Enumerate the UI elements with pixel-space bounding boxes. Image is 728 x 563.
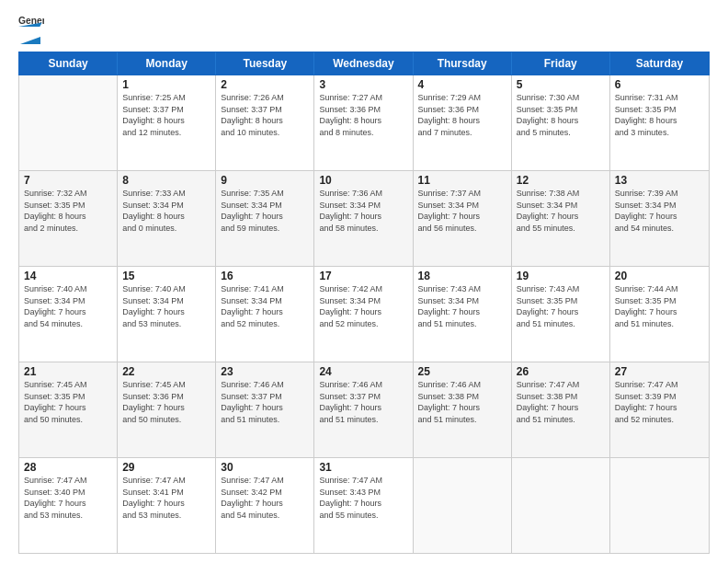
cal-cell-7: 7Sunrise: 7:32 AMSunset: 3:35 PMDaylight… bbox=[19, 171, 118, 266]
cell-sun-info: Sunrise: 7:39 AMSunset: 3:34 PMDaylight:… bbox=[615, 188, 704, 234]
cell-day-number: 29 bbox=[122, 461, 210, 474]
cell-sun-info: Sunrise: 7:47 AMSunset: 3:41 PMDaylight:… bbox=[122, 475, 210, 521]
cell-sun-info: Sunrise: 7:46 AMSunset: 3:37 PMDaylight:… bbox=[319, 379, 407, 425]
cal-cell-6: 6Sunrise: 7:31 AMSunset: 3:35 PMDaylight… bbox=[610, 75, 709, 170]
cal-cell-11: 11Sunrise: 7:37 AMSunset: 3:34 PMDayligh… bbox=[414, 171, 512, 266]
cell-day-number: 22 bbox=[122, 365, 210, 378]
cal-cell-27: 27Sunrise: 7:47 AMSunset: 3:39 PMDayligh… bbox=[610, 362, 709, 457]
calendar-row-5: 28Sunrise: 7:47 AMSunset: 3:40 PMDayligh… bbox=[19, 458, 709, 553]
cell-sun-info: Sunrise: 7:37 AMSunset: 3:34 PMDaylight:… bbox=[418, 188, 506, 234]
cell-day-number: 20 bbox=[615, 270, 704, 282]
cal-cell-13: 13Sunrise: 7:39 AMSunset: 3:34 PMDayligh… bbox=[610, 171, 709, 266]
cal-cell-17: 17Sunrise: 7:42 AMSunset: 3:34 PMDayligh… bbox=[314, 267, 413, 362]
cell-day-number: 1 bbox=[122, 78, 210, 91]
cell-sun-info: Sunrise: 7:47 AMSunset: 3:40 PMDaylight:… bbox=[24, 475, 112, 521]
cell-sun-info: Sunrise: 7:30 AMSunset: 3:35 PMDaylight:… bbox=[517, 92, 605, 138]
empty-cell bbox=[610, 458, 709, 553]
cell-day-number: 16 bbox=[221, 270, 309, 282]
cell-sun-info: Sunrise: 7:36 AMSunset: 3:34 PMDaylight:… bbox=[319, 188, 407, 234]
day-header-thursday: Thursday bbox=[414, 52, 512, 75]
cell-day-number: 11 bbox=[418, 174, 506, 187]
cell-day-number: 8 bbox=[122, 174, 210, 187]
cal-cell-12: 12Sunrise: 7:38 AMSunset: 3:34 PMDayligh… bbox=[512, 171, 610, 266]
cell-day-number: 30 bbox=[221, 461, 309, 474]
cell-sun-info: Sunrise: 7:44 AMSunset: 3:35 PMDaylight:… bbox=[615, 283, 704, 329]
cell-sun-info: Sunrise: 7:45 AMSunset: 3:36 PMDaylight:… bbox=[122, 379, 210, 425]
cal-cell-24: 24Sunrise: 7:46 AMSunset: 3:37 PMDayligh… bbox=[314, 362, 413, 457]
cell-day-number: 9 bbox=[221, 174, 309, 187]
day-header-wednesday: Wednesday bbox=[314, 52, 413, 75]
cell-day-number: 17 bbox=[319, 270, 407, 282]
cal-cell-9: 9Sunrise: 7:35 AMSunset: 3:34 PMDaylight… bbox=[216, 171, 314, 266]
cal-cell-18: 18Sunrise: 7:43 AMSunset: 3:34 PMDayligh… bbox=[414, 267, 512, 362]
cell-sun-info: Sunrise: 7:46 AMSunset: 3:38 PMDaylight:… bbox=[418, 379, 506, 425]
logo: General bbox=[18, 17, 44, 44]
empty-cell bbox=[414, 458, 512, 553]
calendar-row-3: 14Sunrise: 7:40 AMSunset: 3:34 PMDayligh… bbox=[19, 267, 709, 362]
cal-cell-14: 14Sunrise: 7:40 AMSunset: 3:34 PMDayligh… bbox=[19, 267, 118, 362]
empty-cell bbox=[19, 75, 118, 170]
cal-cell-30: 30Sunrise: 7:47 AMSunset: 3:42 PMDayligh… bbox=[216, 458, 314, 553]
cal-cell-10: 10Sunrise: 7:36 AMSunset: 3:34 PMDayligh… bbox=[314, 171, 413, 266]
cell-sun-info: Sunrise: 7:40 AMSunset: 3:34 PMDaylight:… bbox=[24, 283, 112, 329]
cell-day-number: 27 bbox=[615, 365, 704, 378]
cell-day-number: 25 bbox=[418, 365, 506, 378]
logo-arrow-icon bbox=[20, 29, 40, 44]
cell-sun-info: Sunrise: 7:47 AMSunset: 3:39 PMDaylight:… bbox=[615, 379, 704, 425]
day-header-monday: Monday bbox=[118, 52, 216, 75]
cell-sun-info: Sunrise: 7:35 AMSunset: 3:34 PMDaylight:… bbox=[221, 188, 309, 234]
cell-day-number: 14 bbox=[24, 270, 112, 282]
calendar: SundayMondayTuesdayWednesdayThursdayFrid… bbox=[18, 52, 710, 554]
cell-sun-info: Sunrise: 7:42 AMSunset: 3:34 PMDaylight:… bbox=[319, 283, 407, 329]
cell-day-number: 21 bbox=[24, 365, 112, 378]
cal-cell-31: 31Sunrise: 7:47 AMSunset: 3:43 PMDayligh… bbox=[314, 458, 413, 553]
cell-day-number: 28 bbox=[24, 461, 112, 474]
cell-day-number: 13 bbox=[615, 174, 704, 187]
cell-sun-info: Sunrise: 7:27 AMSunset: 3:36 PMDaylight:… bbox=[319, 92, 407, 138]
cell-day-number: 4 bbox=[418, 78, 506, 91]
cell-sun-info: Sunrise: 7:41 AMSunset: 3:34 PMDaylight:… bbox=[221, 283, 309, 329]
cell-sun-info: Sunrise: 7:43 AMSunset: 3:34 PMDaylight:… bbox=[418, 283, 506, 329]
cell-sun-info: Sunrise: 7:32 AMSunset: 3:35 PMDaylight:… bbox=[24, 188, 112, 234]
cal-cell-8: 8Sunrise: 7:33 AMSunset: 3:34 PMDaylight… bbox=[118, 171, 216, 266]
cell-sun-info: Sunrise: 7:47 AMSunset: 3:42 PMDaylight:… bbox=[221, 475, 309, 521]
empty-cell bbox=[512, 458, 610, 553]
cell-day-number: 26 bbox=[517, 365, 605, 378]
cell-sun-info: Sunrise: 7:33 AMSunset: 3:34 PMDaylight:… bbox=[122, 188, 210, 234]
cell-sun-info: Sunrise: 7:43 AMSunset: 3:35 PMDaylight:… bbox=[517, 283, 605, 329]
calendar-page: General SundayMondayTuesdayWednesdayThur… bbox=[0, 0, 728, 563]
cal-cell-26: 26Sunrise: 7:47 AMSunset: 3:38 PMDayligh… bbox=[512, 362, 610, 457]
cal-cell-29: 29Sunrise: 7:47 AMSunset: 3:41 PMDayligh… bbox=[118, 458, 216, 553]
cell-sun-info: Sunrise: 7:40 AMSunset: 3:34 PMDaylight:… bbox=[122, 283, 210, 329]
cal-cell-3: 3Sunrise: 7:27 AMSunset: 3:36 PMDaylight… bbox=[314, 75, 413, 170]
cell-sun-info: Sunrise: 7:45 AMSunset: 3:35 PMDaylight:… bbox=[24, 379, 112, 425]
cell-day-number: 12 bbox=[517, 174, 605, 187]
cell-sun-info: Sunrise: 7:31 AMSunset: 3:35 PMDaylight:… bbox=[615, 92, 704, 138]
day-header-tuesday: Tuesday bbox=[216, 52, 314, 75]
cell-sun-info: Sunrise: 7:46 AMSunset: 3:37 PMDaylight:… bbox=[221, 379, 309, 425]
calendar-row-1: 1Sunrise: 7:25 AMSunset: 3:37 PMDaylight… bbox=[19, 75, 709, 171]
cell-day-number: 5 bbox=[517, 78, 605, 91]
calendar-row-2: 7Sunrise: 7:32 AMSunset: 3:35 PMDaylight… bbox=[19, 171, 709, 267]
cal-cell-2: 2Sunrise: 7:26 AMSunset: 3:37 PMDaylight… bbox=[216, 75, 314, 170]
day-header-friday: Friday bbox=[512, 52, 610, 75]
cal-cell-16: 16Sunrise: 7:41 AMSunset: 3:34 PMDayligh… bbox=[216, 267, 314, 362]
cell-day-number: 10 bbox=[319, 174, 407, 187]
cell-sun-info: Sunrise: 7:47 AMSunset: 3:43 PMDaylight:… bbox=[319, 475, 407, 521]
cell-sun-info: Sunrise: 7:25 AMSunset: 3:37 PMDaylight:… bbox=[122, 92, 210, 138]
page-header: General bbox=[18, 17, 710, 44]
cal-cell-1: 1Sunrise: 7:25 AMSunset: 3:37 PMDaylight… bbox=[118, 75, 216, 170]
day-header-sunday: Sunday bbox=[19, 52, 118, 75]
calendar-body: 1Sunrise: 7:25 AMSunset: 3:37 PMDaylight… bbox=[18, 75, 710, 554]
calendar-row-4: 21Sunrise: 7:45 AMSunset: 3:35 PMDayligh… bbox=[19, 362, 709, 458]
cell-sun-info: Sunrise: 7:29 AMSunset: 3:36 PMDaylight:… bbox=[418, 92, 506, 138]
day-header-saturday: Saturday bbox=[610, 52, 709, 75]
cell-sun-info: Sunrise: 7:26 AMSunset: 3:37 PMDaylight:… bbox=[221, 92, 309, 138]
calendar-header: SundayMondayTuesdayWednesdayThursdayFrid… bbox=[18, 52, 710, 75]
cell-day-number: 19 bbox=[517, 270, 605, 282]
cell-day-number: 7 bbox=[24, 174, 112, 187]
cell-day-number: 3 bbox=[319, 78, 407, 91]
cell-day-number: 6 bbox=[615, 78, 704, 91]
cell-day-number: 18 bbox=[418, 270, 506, 282]
cal-cell-21: 21Sunrise: 7:45 AMSunset: 3:35 PMDayligh… bbox=[19, 362, 118, 457]
